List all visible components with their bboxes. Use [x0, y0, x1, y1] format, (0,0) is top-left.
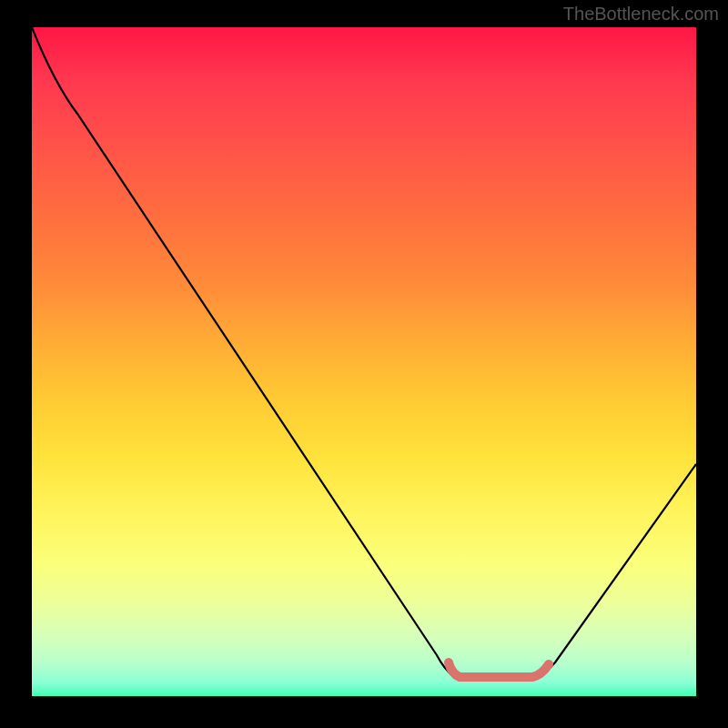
- chart-svg: [32, 27, 696, 696]
- optimal-zone-highlight: [449, 662, 549, 677]
- watermark-text: TheBottleneck.com: [563, 4, 719, 25]
- chart-plot-area: [32, 27, 696, 696]
- bottleneck-curve-line: [32, 27, 696, 675]
